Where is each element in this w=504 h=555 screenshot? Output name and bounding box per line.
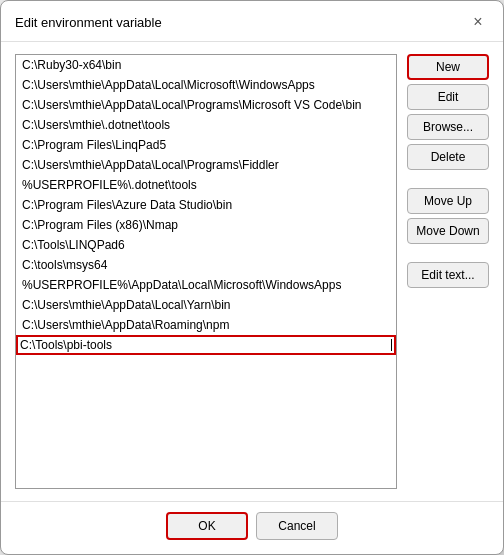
list-item[interactable]: %USERPROFILE%\AppData\Local\Microsoft\Wi… [16,275,396,295]
dialog-footer: OK Cancel [1,501,503,554]
edit-env-var-dialog: Edit environment variable × C:\Ruby30-x6… [0,0,504,555]
dialog-content: C:\Ruby30-x64\binC:\Users\mthie\AppData\… [1,42,503,501]
dialog-title: Edit environment variable [15,15,162,30]
move-down-button[interactable]: Move Down [407,218,489,244]
list-item[interactable]: C:\Users\mthie\AppData\Roaming\npm [16,315,396,335]
list-item[interactable]: C:\Users\mthie\AppData\Local\Yarn\bin [16,295,396,315]
browse-button[interactable]: Browse... [407,114,489,140]
edit-text-button[interactable]: Edit text... [407,262,489,288]
list-item-editing[interactable] [16,335,396,355]
delete-button[interactable]: Delete [407,144,489,170]
list-item[interactable]: C:\Users\mthie\.dotnet\tools [16,115,396,135]
ok-button[interactable]: OK [166,512,248,540]
env-var-list[interactable]: C:\Ruby30-x64\binC:\Users\mthie\AppData\… [15,54,397,489]
move-up-button[interactable]: Move Up [407,188,489,214]
list-item[interactable]: C:\Tools\LINQPad6 [16,235,396,255]
list-item[interactable]: C:\Users\mthie\AppData\Local\Microsoft\W… [16,75,396,95]
list-item[interactable]: C:\Program Files (x86)\Nmap [16,215,396,235]
list-item[interactable]: C:\Users\mthie\AppData\Local\Programs\Mi… [16,95,396,115]
new-button[interactable]: New [407,54,489,80]
list-item[interactable]: C:\Program Files\LinqPad5 [16,135,396,155]
text-cursor [391,339,392,351]
list-item[interactable]: C:\Ruby30-x64\bin [16,55,396,75]
title-bar: Edit environment variable × [1,1,503,42]
close-button[interactable]: × [467,11,489,33]
edit-button[interactable]: Edit [407,84,489,110]
list-item[interactable]: C:\Program Files\Azure Data Studio\bin [16,195,396,215]
list-item[interactable]: C:\tools\msys64 [16,255,396,275]
cancel-button[interactable]: Cancel [256,512,338,540]
list-item-edit-input[interactable] [20,338,390,352]
list-item[interactable]: %USERPROFILE%\.dotnet\tools [16,175,396,195]
list-item[interactable]: C:\Users\mthie\AppData\Local\Programs\Fi… [16,155,396,175]
action-buttons-col: New Edit Browse... Delete Move Up Move D… [407,54,489,489]
